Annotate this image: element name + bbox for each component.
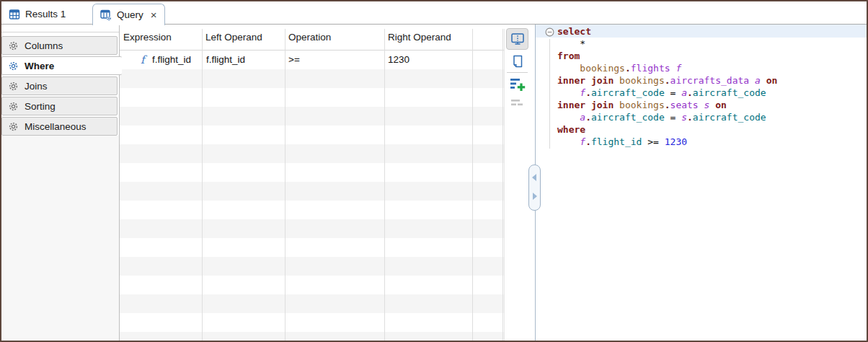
left-operand-cell[interactable]: f.flight_id: [206, 51, 245, 69]
empty-grid-row[interactable]: [120, 219, 504, 238]
sidebar-item-label: Sorting: [25, 101, 56, 112]
sql-line-2: *: [557, 38, 777, 50]
expression-cell[interactable]: f.flight_id: [152, 51, 191, 69]
grid-column-line: [285, 29, 285, 341]
column-header-right-operand[interactable]: Right Operand: [388, 25, 451, 50]
sql-line-7: inner join bookings.seats s on: [557, 99, 777, 111]
tab-results-1[interactable]: Results 1: [1, 4, 73, 25]
grid-header-divider: [120, 50, 504, 51]
tab-label: Query: [117, 9, 143, 20]
collapse-left-icon[interactable]: [532, 174, 536, 181]
empty-grid-row[interactable]: [120, 238, 504, 257]
sidebar-panel: [1, 136, 119, 341]
collapse-minus-icon[interactable]: [545, 27, 554, 37]
sidebar-item-label: Miscellaneous: [25, 121, 87, 132]
query-builder-window: Results 1Query× ColumnsWhereJoinsSorting…: [0, 0, 868, 342]
gear-icon: [8, 101, 19, 112]
empty-grid-row[interactable]: [120, 313, 504, 332]
empty-grid-row[interactable]: [120, 69, 504, 88]
empty-grid-row[interactable]: [120, 257, 504, 276]
empty-grid-row[interactable]: [120, 144, 504, 163]
empty-grid-row[interactable]: [120, 182, 504, 201]
tab-label: Results 1: [25, 9, 66, 19]
close-icon[interactable]: ×: [151, 9, 157, 20]
sql-line-8: a.aircraft_code = s.aircraft_code: [557, 111, 777, 123]
sidebar-item-label: Where: [25, 61, 54, 71]
gear-icon: [8, 121, 19, 132]
query-builder-icon: [100, 9, 112, 21]
open-in-editor-button[interactable]: [509, 53, 526, 70]
function-icon: f: [141, 51, 145, 69]
empty-grid-row[interactable]: [120, 332, 504, 342]
sql-line-1: select: [557, 25, 777, 38]
column-header-operation[interactable]: Operation: [288, 25, 331, 50]
sql-code[interactable]: select *from bookings.flights finner joi…: [557, 25, 777, 148]
gear-icon: [8, 40, 19, 51]
sidebar-top-divider: [1, 32, 119, 32]
add-list-item-icon: [509, 76, 526, 92]
empty-grid-row[interactable]: [120, 107, 504, 126]
sidebar-item-joins[interactable]: Joins: [1, 76, 118, 95]
page-icon: [510, 53, 526, 69]
column-header-left-operand[interactable]: Left Operand: [205, 25, 262, 50]
sql-line-6: f.aircraft_code = a.aircraft_code: [557, 87, 777, 99]
tab-query[interactable]: Query×: [92, 4, 165, 25]
sidebar-item-label: Columns: [25, 40, 63, 51]
grid-column-line: [502, 29, 503, 341]
sidebar-item-label: Joins: [25, 81, 48, 92]
sql-line-10: f.flight_id >= 1230: [557, 136, 777, 148]
grid-column-line: [472, 29, 473, 341]
toggle-preview-button[interactable]: [509, 30, 526, 48]
gear-icon: [8, 81, 19, 92]
condition-row[interactable]: ff.flight_idf.flight_id>=1230: [120, 51, 504, 69]
sidebar-item-miscellaneous[interactable]: Miscellaneous: [1, 117, 118, 136]
collapse-right-icon[interactable]: [533, 193, 537, 200]
remove-expression-button: [509, 95, 526, 113]
add-expression-button[interactable]: [509, 76, 526, 93]
toolbar-divider: [507, 72, 528, 73]
grid-right-edge: [504, 29, 505, 341]
right-operand-cell[interactable]: 1230: [388, 51, 409, 69]
sidebar-item-where[interactable]: Where: [1, 56, 122, 75]
panel-splitter[interactable]: [528, 165, 541, 211]
sql-line-4: bookings.flights f: [557, 62, 777, 74]
results-grid-icon: [9, 9, 20, 20]
empty-grid-row[interactable]: [120, 276, 504, 294]
column-header-expression[interactable]: Expression: [123, 25, 172, 50]
fold-scope-line: [549, 39, 550, 149]
empty-grid-row[interactable]: [120, 126, 504, 144]
empty-grid-row[interactable]: [120, 294, 504, 313]
empty-grid-row[interactable]: [120, 163, 504, 182]
monitor-icon: [510, 31, 526, 47]
sidebar-item-columns[interactable]: Columns: [1, 36, 118, 55]
sql-line-9: where: [557, 123, 777, 136]
gear-icon: [8, 61, 19, 71]
grid-column-line: [202, 29, 203, 341]
grid-column-line: [384, 29, 385, 341]
operation-cell[interactable]: >=: [288, 51, 300, 69]
sql-line-5: inner join bookings.aircrafts_data a on: [557, 74, 777, 87]
sidebar-item-sorting[interactable]: Sorting: [1, 97, 118, 115]
empty-grid-row[interactable]: [120, 201, 504, 219]
remove-list-item-icon: [510, 99, 526, 109]
sql-line-3: from: [557, 50, 777, 62]
empty-grid-row[interactable]: [120, 88, 504, 107]
